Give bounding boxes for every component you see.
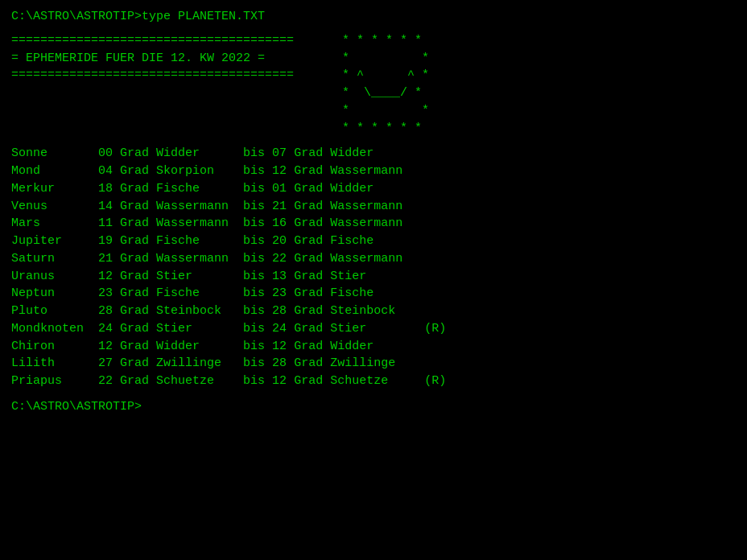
grad-label1: Grad xyxy=(120,303,156,320)
ascii-art: * * * * * * * * * ^ ^ * * \____/ * * * *… xyxy=(342,32,429,138)
extra: (R) xyxy=(417,373,446,390)
deg1: 19 xyxy=(98,233,120,250)
prompt-text: C:\ASTRO\ASTROTIP> xyxy=(11,400,142,414)
sign1: Widder xyxy=(156,145,243,163)
sign1: Wassermann xyxy=(156,250,243,268)
sign1: Fische xyxy=(156,233,243,250)
planet-name: Priapus xyxy=(11,373,98,390)
deg1: 28 xyxy=(98,303,120,320)
planet-name: Pluto xyxy=(11,303,98,320)
grad-label1: Grad xyxy=(120,233,156,250)
ascii-line3: * ^ ^ * xyxy=(342,67,429,84)
header-section: ======================================= … xyxy=(11,32,736,138)
planet-name: Sonne xyxy=(11,145,98,163)
sign1: Wassermann xyxy=(156,198,243,216)
ascii-line4: * \____/ * xyxy=(342,84,429,102)
sign1: Wassermann xyxy=(156,215,243,233)
deg1: 14 xyxy=(98,198,120,216)
planet-name: Mond xyxy=(11,163,98,180)
command-text: C:\ASTRO\ASTROTIP>type PLANETEN.TXT xyxy=(11,10,265,23)
deg2: 01 xyxy=(272,180,294,198)
deg2: 21 xyxy=(272,198,294,216)
deg2: 23 xyxy=(272,285,294,303)
sign1: Stier xyxy=(156,320,243,338)
bis-label: bis xyxy=(243,198,272,216)
grad-label2: Grad xyxy=(294,145,330,163)
header-left: ======================================= … xyxy=(11,32,294,138)
sign2: Widder xyxy=(330,180,417,198)
sign1: Fische xyxy=(156,180,243,198)
grad-label1: Grad xyxy=(120,338,156,356)
table-row: Uranus 12 Grad Stier bis 13 Grad Stier xyxy=(11,268,736,286)
ascii-line2: * * xyxy=(342,50,429,68)
grad-label1: Grad xyxy=(120,320,156,338)
bis-label: bis xyxy=(243,163,272,180)
deg2: 12 xyxy=(272,338,294,356)
sign1: Skorpion xyxy=(156,163,243,180)
bis-label: bis xyxy=(243,320,272,338)
command-line: C:\ASTRO\ASTROTIP>type PLANETEN.TXT xyxy=(11,8,736,26)
grad-label1: Grad xyxy=(120,215,156,233)
sign1: Stier xyxy=(156,268,243,286)
table-row: Pluto 28 Grad Steinbock bis 28 Grad Stei… xyxy=(11,303,736,320)
grad-label1: Grad xyxy=(120,355,156,373)
sign2: Wassermann xyxy=(330,215,417,233)
grad-label2: Grad xyxy=(294,355,330,373)
grad-label1: Grad xyxy=(120,180,156,198)
deg1: 00 xyxy=(98,145,120,163)
deg1: 04 xyxy=(98,163,120,180)
grad-label2: Grad xyxy=(294,320,330,338)
deg2: 12 xyxy=(272,373,294,390)
bis-label: bis xyxy=(243,285,272,303)
planet-name: Lilith xyxy=(11,355,98,373)
grad-label2: Grad xyxy=(294,268,330,286)
deg1: 22 xyxy=(98,373,120,390)
deg1: 23 xyxy=(98,285,120,303)
sign1: Widder xyxy=(156,338,243,356)
grad-label1: Grad xyxy=(120,163,156,180)
grad-label1: Grad xyxy=(120,373,156,390)
grad-label2: Grad xyxy=(294,250,330,268)
deg1: 21 xyxy=(98,250,120,268)
planet-name: Mars xyxy=(11,215,98,233)
planet-name: Saturn xyxy=(11,250,98,268)
sign2: Widder xyxy=(330,338,417,356)
deg2: 07 xyxy=(272,145,294,163)
table-row: Priapus 22 Grad Schuetze bis 12 Grad Sch… xyxy=(11,373,736,390)
grad-label2: Grad xyxy=(294,233,330,250)
bis-label: bis xyxy=(243,355,272,373)
extra: (R) xyxy=(417,320,446,338)
sign2: Stier xyxy=(330,320,417,338)
prompt-end: C:\ASTRO\ASTROTIP> xyxy=(11,398,736,416)
grad-label2: Grad xyxy=(294,163,330,180)
planet-name: Merkur xyxy=(11,180,98,198)
table-row: Neptun 23 Grad Fische bis 23 Grad Fische xyxy=(11,285,736,303)
deg1: 18 xyxy=(98,180,120,198)
terminal-window: C:\ASTRO\ASTROTIP>type PLANETEN.TXT ====… xyxy=(11,8,736,560)
planet-name: Neptun xyxy=(11,285,98,303)
grad-label1: Grad xyxy=(120,250,156,268)
planet-name: Chiron xyxy=(11,338,98,356)
planet-name: Venus xyxy=(11,198,98,216)
sign2: Wassermann xyxy=(330,250,417,268)
deg2: 28 xyxy=(272,355,294,373)
bis-label: bis xyxy=(243,268,272,286)
table-row: Mars 11 Grad Wassermann bis 16 Grad Wass… xyxy=(11,215,736,233)
grad-label2: Grad xyxy=(294,180,330,198)
sign2: Wassermann xyxy=(330,163,417,180)
sign1: Zwillinge xyxy=(156,355,243,373)
table-row: Mondknoten 24 Grad Stier bis 24 Grad Sti… xyxy=(11,320,736,338)
table-row: Lilith 27 Grad Zwillinge bis 28 Grad Zwi… xyxy=(11,355,736,373)
deg2: 20 xyxy=(272,233,294,250)
planet-name: Uranus xyxy=(11,268,98,286)
bis-label: bis xyxy=(243,215,272,233)
deg2: 13 xyxy=(272,268,294,286)
bis-label: bis xyxy=(243,145,272,163)
grad-label1: Grad xyxy=(120,198,156,216)
table-row: Mond 04 Grad Skorpion bis 12 Grad Wasser… xyxy=(11,163,736,180)
bis-label: bis xyxy=(243,180,272,198)
ascii-line6: * * * * * * xyxy=(342,120,429,138)
deg1: 12 xyxy=(98,268,120,286)
ascii-line1: * * * * * * xyxy=(342,32,429,50)
box-line3: ======================================= xyxy=(11,67,294,84)
